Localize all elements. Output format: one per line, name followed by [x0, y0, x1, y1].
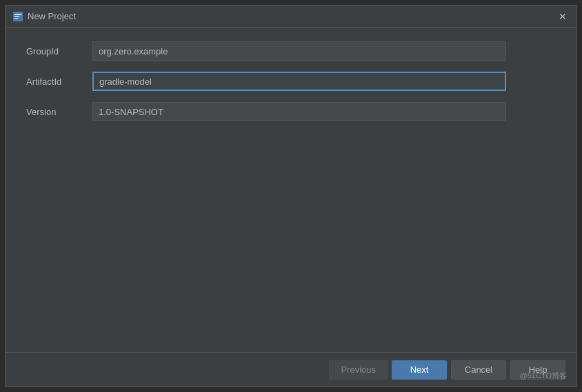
- artifactid-row: ArtifactId: [26, 72, 556, 91]
- svg-rect-3: [14, 18, 18, 19]
- title-bar: New Project ✕: [6, 6, 576, 28]
- version-row: Version: [26, 102, 556, 121]
- new-project-dialog: New Project ✕ GroupId ArtifactId Version…: [5, 5, 577, 387]
- svg-rect-2: [14, 16, 19, 17]
- content-spacer: [26, 132, 556, 338]
- svg-rect-1: [14, 14, 21, 15]
- artifactid-input[interactable]: [92, 72, 506, 91]
- watermark: @51CTO博客: [520, 371, 567, 381]
- cancel-button[interactable]: Cancel: [451, 360, 506, 380]
- version-input[interactable]: [92, 102, 506, 121]
- version-label: Version: [26, 107, 81, 117]
- dialog-title: New Project: [28, 11, 76, 21]
- next-button[interactable]: Next: [392, 360, 447, 380]
- groupid-label: GroupId: [26, 46, 81, 56]
- groupid-row: GroupId: [26, 41, 556, 61]
- project-icon: [12, 11, 23, 22]
- artifactid-label: ArtifactId: [26, 76, 81, 87]
- dialog-footer: Previous Next Cancel Help: [6, 352, 576, 386]
- close-button[interactable]: ✕: [556, 10, 570, 23]
- dialog-content: GroupId ArtifactId Version: [6, 28, 576, 352]
- groupid-input[interactable]: [92, 41, 506, 61]
- previous-button[interactable]: Previous: [329, 360, 388, 380]
- title-bar-left: New Project: [12, 11, 76, 22]
